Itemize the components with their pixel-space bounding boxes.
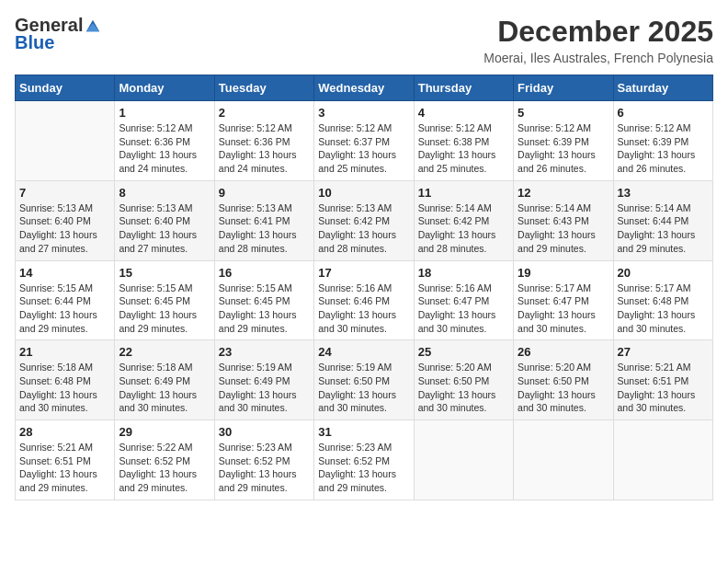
calendar-cell: 17Sunrise: 5:16 AMSunset: 6:46 PMDayligh… — [314, 260, 414, 340]
day-number: 1 — [119, 106, 210, 120]
weekday-header-thursday: Thursday — [414, 75, 513, 101]
day-info: Sunrise: 5:21 AMSunset: 6:51 PMDaylight:… — [618, 361, 709, 415]
weekday-header-wednesday: Wednesday — [314, 75, 414, 101]
day-number: 21 — [19, 345, 110, 359]
day-info: Sunrise: 5:15 AMSunset: 6:45 PMDaylight:… — [219, 282, 310, 336]
day-info: Sunrise: 5:13 AMSunset: 6:40 PMDaylight:… — [119, 201, 210, 256]
day-info: Sunrise: 5:12 AMSunset: 6:39 PMDaylight:… — [618, 121, 709, 176]
calendar-cell: 7Sunrise: 5:13 AMSunset: 6:40 PMDaylight… — [16, 180, 115, 260]
calendar-cell: 24Sunrise: 5:19 AMSunset: 6:50 PMDayligh… — [314, 340, 414, 420]
calendar-cell: 19Sunrise: 5:17 AMSunset: 6:47 PMDayligh… — [514, 260, 613, 340]
calendar-cell: 22Sunrise: 5:18 AMSunset: 6:49 PMDayligh… — [115, 340, 214, 420]
calendar-cell: 5Sunrise: 5:12 AMSunset: 6:39 PMDaylight… — [514, 101, 613, 181]
day-info: Sunrise: 5:12 AMSunset: 6:38 PMDaylight:… — [418, 121, 509, 176]
day-info: Sunrise: 5:13 AMSunset: 6:42 PMDaylight:… — [318, 201, 409, 256]
day-info: Sunrise: 5:21 AMSunset: 6:51 PMDaylight:… — [19, 441, 110, 495]
logo-icon — [85, 17, 101, 34]
calendar-cell: 11Sunrise: 5:14 AMSunset: 6:42 PMDayligh… — [414, 180, 513, 260]
logo-blue: Blue — [15, 32, 54, 53]
calendar-cell: 23Sunrise: 5:19 AMSunset: 6:49 PMDayligh… — [214, 340, 313, 420]
day-info: Sunrise: 5:20 AMSunset: 6:50 PMDaylight:… — [518, 361, 609, 415]
day-number: 24 — [318, 345, 409, 359]
day-number: 15 — [119, 266, 210, 280]
weekday-header-row: SundayMondayTuesdayWednesdayThursdayFrid… — [16, 75, 713, 101]
day-info: Sunrise: 5:14 AMSunset: 6:44 PMDaylight:… — [618, 201, 709, 256]
calendar-cell: 12Sunrise: 5:14 AMSunset: 6:43 PMDayligh… — [514, 180, 613, 260]
calendar-cell: 26Sunrise: 5:20 AMSunset: 6:50 PMDayligh… — [514, 340, 613, 420]
day-number: 11 — [418, 186, 509, 200]
calendar-cell: 4Sunrise: 5:12 AMSunset: 6:38 PMDaylight… — [414, 101, 513, 181]
calendar-cell — [514, 420, 613, 500]
day-info: Sunrise: 5:23 AMSunset: 6:52 PMDaylight:… — [318, 441, 409, 495]
day-number: 25 — [418, 345, 509, 359]
day-info: Sunrise: 5:17 AMSunset: 6:48 PMDaylight:… — [618, 282, 709, 336]
weekday-header-tuesday: Tuesday — [214, 75, 313, 101]
day-number: 6 — [618, 106, 709, 120]
calendar-cell: 14Sunrise: 5:15 AMSunset: 6:44 PMDayligh… — [16, 260, 115, 340]
calendar-cell: 27Sunrise: 5:21 AMSunset: 6:51 PMDayligh… — [613, 340, 712, 420]
weekday-header-friday: Friday — [514, 75, 613, 101]
calendar-cell: 28Sunrise: 5:21 AMSunset: 6:51 PMDayligh… — [16, 420, 115, 500]
day-number: 4 — [418, 106, 509, 120]
weekday-header-sunday: Sunday — [16, 75, 115, 101]
day-info: Sunrise: 5:18 AMSunset: 6:49 PMDaylight:… — [119, 361, 210, 415]
day-info: Sunrise: 5:18 AMSunset: 6:48 PMDaylight:… — [19, 361, 110, 415]
calendar-cell: 6Sunrise: 5:12 AMSunset: 6:39 PMDaylight… — [613, 101, 712, 181]
calendar-table: SundayMondayTuesdayWednesdayThursdayFrid… — [15, 75, 713, 500]
svg-marker-1 — [86, 23, 99, 31]
calendar-cell: 30Sunrise: 5:23 AMSunset: 6:52 PMDayligh… — [214, 420, 313, 500]
calendar-cell: 10Sunrise: 5:13 AMSunset: 6:42 PMDayligh… — [314, 180, 414, 260]
day-info: Sunrise: 5:19 AMSunset: 6:50 PMDaylight:… — [318, 361, 409, 415]
day-number: 26 — [518, 345, 609, 359]
calendar-week-row: 1Sunrise: 5:12 AMSunset: 6:36 PMDaylight… — [16, 101, 713, 181]
day-number: 3 — [318, 106, 409, 120]
day-number: 23 — [219, 345, 310, 359]
day-number: 13 — [618, 186, 709, 200]
calendar-cell: 9Sunrise: 5:13 AMSunset: 6:41 PMDaylight… — [214, 180, 313, 260]
calendar-cell: 1Sunrise: 5:12 AMSunset: 6:36 PMDaylight… — [115, 101, 214, 181]
day-number: 18 — [418, 266, 509, 280]
day-number: 22 — [119, 345, 210, 359]
day-info: Sunrise: 5:15 AMSunset: 6:44 PMDaylight:… — [19, 282, 110, 336]
day-number: 12 — [518, 186, 609, 200]
calendar-cell: 15Sunrise: 5:15 AMSunset: 6:45 PMDayligh… — [115, 260, 214, 340]
calendar-week-row: 21Sunrise: 5:18 AMSunset: 6:48 PMDayligh… — [16, 340, 713, 420]
day-info: Sunrise: 5:15 AMSunset: 6:45 PMDaylight:… — [119, 282, 210, 336]
page-header: General Blue December 2025 Moerai, Iles … — [15, 15, 713, 65]
logo: General Blue — [15, 15, 101, 53]
day-info: Sunrise: 5:16 AMSunset: 6:46 PMDaylight:… — [318, 282, 409, 336]
day-number: 28 — [19, 425, 110, 439]
day-info: Sunrise: 5:19 AMSunset: 6:49 PMDaylight:… — [219, 361, 310, 415]
day-number: 31 — [318, 425, 409, 439]
calendar-cell: 16Sunrise: 5:15 AMSunset: 6:45 PMDayligh… — [214, 260, 313, 340]
day-info: Sunrise: 5:23 AMSunset: 6:52 PMDaylight:… — [219, 441, 310, 495]
day-number: 5 — [518, 106, 609, 120]
day-info: Sunrise: 5:12 AMSunset: 6:36 PMDaylight:… — [119, 121, 210, 176]
calendar-cell: 20Sunrise: 5:17 AMSunset: 6:48 PMDayligh… — [613, 260, 712, 340]
calendar-cell: 21Sunrise: 5:18 AMSunset: 6:48 PMDayligh… — [16, 340, 115, 420]
day-number: 19 — [518, 266, 609, 280]
day-number: 16 — [219, 266, 310, 280]
day-number: 30 — [219, 425, 310, 439]
day-number: 17 — [318, 266, 409, 280]
day-number: 7 — [19, 186, 110, 200]
calendar-cell: 18Sunrise: 5:16 AMSunset: 6:47 PMDayligh… — [414, 260, 513, 340]
day-number: 8 — [119, 186, 210, 200]
day-info: Sunrise: 5:13 AMSunset: 6:40 PMDaylight:… — [19, 201, 110, 256]
calendar-week-row: 28Sunrise: 5:21 AMSunset: 6:51 PMDayligh… — [16, 420, 713, 500]
day-info: Sunrise: 5:22 AMSunset: 6:52 PMDaylight:… — [119, 441, 210, 495]
calendar-cell: 29Sunrise: 5:22 AMSunset: 6:52 PMDayligh… — [115, 420, 214, 500]
day-info: Sunrise: 5:12 AMSunset: 6:39 PMDaylight:… — [518, 121, 609, 176]
day-number: 10 — [318, 186, 409, 200]
day-number: 9 — [219, 186, 310, 200]
weekday-header-monday: Monday — [115, 75, 214, 101]
calendar-week-row: 7Sunrise: 5:13 AMSunset: 6:40 PMDaylight… — [16, 180, 713, 260]
day-number: 14 — [19, 266, 110, 280]
calendar-cell — [16, 101, 115, 181]
day-number: 2 — [219, 106, 310, 120]
month-title: December 2025 — [483, 15, 713, 49]
weekday-header-saturday: Saturday — [613, 75, 712, 101]
day-number: 29 — [119, 425, 210, 439]
day-number: 20 — [618, 266, 709, 280]
calendar-cell — [613, 420, 712, 500]
